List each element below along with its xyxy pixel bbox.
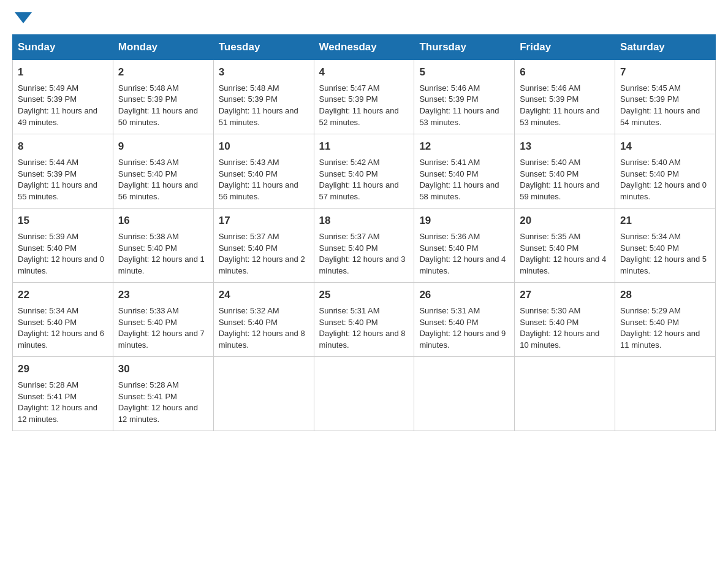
sunrise-text: Sunrise: 5:38 AM [118,231,208,243]
sunset-text: Sunset: 5:40 PM [18,243,108,255]
day-number: 24 [219,288,309,303]
day-number: 27 [520,288,610,303]
day-number: 7 [620,65,710,80]
sunset-text: Sunset: 5:39 PM [18,94,108,105]
calendar-cell: 18Sunrise: 5:37 AMSunset: 5:40 PMDayligh… [314,209,414,283]
daylight-text: Daylight: 12 hours and 12 minutes. [118,402,208,426]
daylight-text: Daylight: 11 hours and 50 minutes. [118,105,208,129]
daylight-text: Daylight: 11 hours and 57 minutes. [319,180,409,203]
sunset-text: Sunset: 5:40 PM [319,169,409,180]
calendar-cell: 30Sunrise: 5:28 AMSunset: 5:41 PMDayligh… [113,357,213,431]
day-info: Sunrise: 5:45 AMSunset: 5:39 PMDaylight:… [620,83,710,129]
day-number: 10 [219,139,309,155]
sunset-text: Sunset: 5:39 PM [18,169,108,180]
calendar-cell: 14Sunrise: 5:40 AMSunset: 5:40 PMDayligh… [615,134,716,209]
logo-blue-text [12,12,32,25]
calendar-cell: 20Sunrise: 5:35 AMSunset: 5:40 PMDayligh… [515,209,615,283]
day-info: Sunrise: 5:43 AMSunset: 5:40 PMDaylight:… [118,157,208,203]
sunrise-text: Sunrise: 5:32 AM [219,305,309,317]
day-info: Sunrise: 5:31 AMSunset: 5:40 PMDaylight:… [319,305,409,351]
calendar-cell [515,357,615,431]
day-number: 1 [18,65,108,80]
day-number: 5 [419,65,509,80]
sunrise-text: Sunrise: 5:49 AM [18,83,108,94]
sunrise-text: Sunrise: 5:33 AM [118,305,208,317]
calendar-cell [314,357,414,431]
sunrise-text: Sunrise: 5:46 AM [419,83,509,94]
daylight-text: Daylight: 12 hours and 0 minutes. [620,180,710,203]
day-number: 25 [319,288,409,303]
sunrise-text: Sunrise: 5:48 AM [219,83,309,94]
calendar-cell: 27Sunrise: 5:30 AMSunset: 5:40 PMDayligh… [515,283,615,357]
col-header-tuesday: Tuesday [213,35,314,60]
calendar-cell: 12Sunrise: 5:41 AMSunset: 5:40 PMDayligh… [414,134,515,209]
calendar-cell: 29Sunrise: 5:28 AMSunset: 5:41 PMDayligh… [13,357,113,431]
day-number: 4 [319,65,409,80]
sunrise-text: Sunrise: 5:29 AM [620,305,710,317]
calendar-cell [213,357,314,431]
logo [12,12,32,25]
daylight-text: Daylight: 12 hours and 10 minutes. [520,328,610,351]
week-row-4: 22Sunrise: 5:34 AMSunset: 5:40 PMDayligh… [13,283,716,357]
sunset-text: Sunset: 5:40 PM [620,243,710,255]
day-info: Sunrise: 5:37 AMSunset: 5:40 PMDaylight:… [219,231,309,277]
sunset-text: Sunset: 5:39 PM [520,94,610,105]
daylight-text: Daylight: 11 hours and 53 minutes. [419,105,509,129]
daylight-text: Daylight: 11 hours and 56 minutes. [118,180,208,203]
day-info: Sunrise: 5:43 AMSunset: 5:40 PMDaylight:… [219,157,309,203]
calendar-cell: 6Sunrise: 5:46 AMSunset: 5:39 PMDaylight… [515,60,615,134]
day-info: Sunrise: 5:29 AMSunset: 5:40 PMDaylight:… [620,305,710,351]
sunrise-text: Sunrise: 5:37 AM [319,231,409,243]
calendar-cell: 21Sunrise: 5:34 AMSunset: 5:40 PMDayligh… [615,209,716,283]
day-number: 20 [520,213,610,229]
day-info: Sunrise: 5:33 AMSunset: 5:40 PMDaylight:… [118,305,208,351]
daylight-text: Daylight: 12 hours and 8 minutes. [219,328,309,351]
day-info: Sunrise: 5:32 AMSunset: 5:40 PMDaylight:… [219,305,309,351]
calendar-header-row: SundayMondayTuesdayWednesdayThursdayFrid… [13,35,716,60]
sunset-text: Sunset: 5:40 PM [219,169,309,180]
day-info: Sunrise: 5:35 AMSunset: 5:40 PMDaylight:… [520,231,610,277]
daylight-text: Daylight: 11 hours and 55 minutes. [18,180,108,203]
week-row-3: 15Sunrise: 5:39 AMSunset: 5:40 PMDayligh… [13,209,716,283]
day-info: Sunrise: 5:38 AMSunset: 5:40 PMDaylight:… [118,231,208,277]
calendar-cell: 28Sunrise: 5:29 AMSunset: 5:40 PMDayligh… [615,283,716,357]
daylight-text: Daylight: 12 hours and 4 minutes. [520,254,610,277]
sunrise-text: Sunrise: 5:31 AM [319,305,409,317]
day-info: Sunrise: 5:42 AMSunset: 5:40 PMDaylight:… [319,157,409,203]
sunset-text: Sunset: 5:39 PM [219,94,309,105]
calendar-cell [615,357,716,431]
day-info: Sunrise: 5:31 AMSunset: 5:40 PMDaylight:… [419,305,509,351]
day-info: Sunrise: 5:48 AMSunset: 5:39 PMDaylight:… [219,83,309,129]
sunset-text: Sunset: 5:40 PM [620,317,710,329]
sunset-text: Sunset: 5:40 PM [118,169,208,180]
daylight-text: Daylight: 12 hours and 8 minutes. [319,328,409,351]
calendar-cell: 15Sunrise: 5:39 AMSunset: 5:40 PMDayligh… [13,209,113,283]
sunrise-text: Sunrise: 5:35 AM [520,231,610,243]
sunrise-text: Sunrise: 5:30 AM [520,305,610,317]
daylight-text: Daylight: 12 hours and 0 minutes. [18,254,108,277]
daylight-text: Daylight: 11 hours and 59 minutes. [520,180,610,203]
day-info: Sunrise: 5:40 AMSunset: 5:40 PMDaylight:… [520,157,610,203]
sunset-text: Sunset: 5:39 PM [419,94,509,105]
day-info: Sunrise: 5:34 AMSunset: 5:40 PMDaylight:… [18,305,108,351]
daylight-text: Daylight: 11 hours and 54 minutes. [620,105,710,129]
sunrise-text: Sunrise: 5:47 AM [319,83,409,94]
day-info: Sunrise: 5:41 AMSunset: 5:40 PMDaylight:… [419,157,509,203]
daylight-text: Daylight: 11 hours and 51 minutes. [219,105,309,129]
sunset-text: Sunset: 5:40 PM [419,317,509,329]
col-header-wednesday: Wednesday [314,35,414,60]
sunrise-text: Sunrise: 5:48 AM [118,83,208,94]
sunrise-text: Sunrise: 5:34 AM [620,231,710,243]
sunset-text: Sunset: 5:39 PM [319,94,409,105]
day-info: Sunrise: 5:49 AMSunset: 5:39 PMDaylight:… [18,83,108,129]
day-info: Sunrise: 5:46 AMSunset: 5:39 PMDaylight:… [520,83,610,129]
sunrise-text: Sunrise: 5:37 AM [219,231,309,243]
calendar-cell: 26Sunrise: 5:31 AMSunset: 5:40 PMDayligh… [414,283,515,357]
daylight-text: Daylight: 12 hours and 6 minutes. [18,328,108,351]
sunset-text: Sunset: 5:40 PM [319,243,409,255]
day-info: Sunrise: 5:36 AMSunset: 5:40 PMDaylight:… [419,231,509,277]
week-row-5: 29Sunrise: 5:28 AMSunset: 5:41 PMDayligh… [13,357,716,431]
sunrise-text: Sunrise: 5:28 AM [18,380,108,391]
daylight-text: Daylight: 11 hours and 53 minutes. [520,105,610,129]
calendar-cell: 19Sunrise: 5:36 AMSunset: 5:40 PMDayligh… [414,209,515,283]
